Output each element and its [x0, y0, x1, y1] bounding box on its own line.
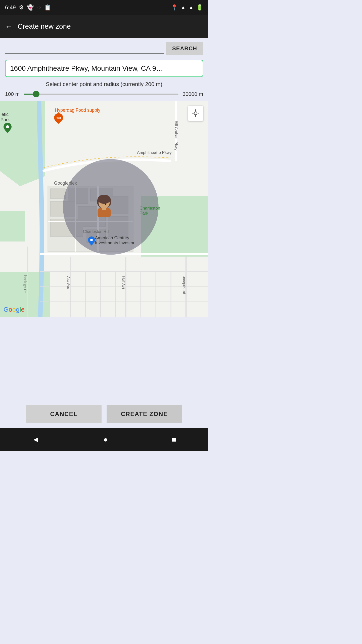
ghost-icon: 👻 [27, 4, 34, 11]
nav-home-button[interactable]: ● [103, 435, 108, 444]
svg-rect-3 [0, 211, 25, 242]
slider-area: 100 m 30000 m [0, 89, 208, 101]
search-input[interactable] [5, 44, 164, 54]
location-status-icon: 📍 [171, 4, 178, 11]
app-bar: ← Create new zone [0, 15, 208, 38]
bottom-buttons: CANCEL CREATE ZONE [0, 400, 208, 428]
dots-icon: ⁘ [37, 4, 41, 11]
svg-rect-19 [102, 208, 106, 210]
signal-icon: ▲ [188, 4, 194, 11]
radius-info: Select center point and radius (currentl… [0, 79, 208, 89]
food-pin-icon: 🍽 [54, 113, 63, 125]
slider-track[interactable] [24, 94, 178, 95]
svg-point-22 [6, 125, 9, 128]
status-left: 6:49 ⚙ 👻 ⁘ 📋 [5, 4, 51, 11]
create-zone-button[interactable]: CREATE ZONE [107, 405, 182, 423]
search-button[interactable]: SEARCH [166, 42, 203, 55]
clipboard-icon: 📋 [44, 4, 51, 11]
battery-icon: 🔋 [196, 4, 203, 11]
page-title: Create new zone [18, 22, 71, 30]
svg-point-23 [90, 239, 93, 241]
status-bar: 6:49 ⚙ 👻 ⁘ 📋 📍 ▲ ▲ 🔋 [0, 0, 208, 15]
green-pin-icon [4, 123, 12, 134]
slider-max-label: 30000 m [183, 91, 203, 97]
svg-point-24 [194, 112, 197, 115]
slider-thumb[interactable] [33, 91, 39, 97]
settings-icon: ⚙ [19, 4, 24, 11]
status-time: 6:49 [5, 4, 16, 11]
map-container[interactable]: leticPark Hyperqag Food supply 🍽 Googlep… [0, 101, 208, 317]
google-logo: Google [4, 306, 25, 313]
nav-back-button[interactable]: ◄ [32, 435, 39, 444]
gps-location-button[interactable] [188, 106, 203, 121]
avatar-on-map [94, 194, 114, 219]
location-pin-icon [88, 236, 95, 247]
wifi-icon: ▲ [180, 4, 186, 11]
svg-rect-6 [50, 189, 65, 199]
search-area: SEARCH [0, 38, 208, 58]
nav-recents-button[interactable]: ■ [172, 435, 176, 444]
back-button[interactable]: ← [5, 22, 13, 31]
nav-bar: ◄ ● ■ [0, 428, 208, 451]
slider-min-label: 100 m [5, 91, 20, 97]
svg-point-17 [98, 195, 111, 204]
svg-text:🍽: 🍽 [57, 116, 61, 120]
address-box[interactable]: 1600 Amphitheatre Pkwy, Mountain View, C… [5, 60, 203, 77]
cancel-button[interactable]: CANCEL [26, 405, 102, 423]
svg-point-20 [105, 204, 106, 205]
status-right: 📍 ▲ ▲ 🔋 [171, 4, 203, 11]
